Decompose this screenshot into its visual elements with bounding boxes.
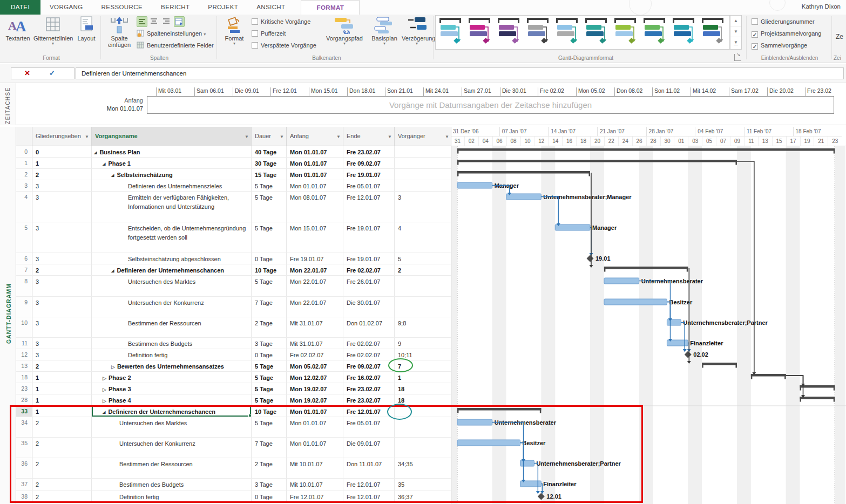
cell-vorgangsname[interactable]: Bestimmen der Ressourcen [92,317,252,337]
cell-anfang[interactable]: Mon 15.01.07 [287,222,343,253]
cell-ende[interactable]: Fre 02.02.07 [343,264,395,275]
dialog-launcher-icon[interactable] [734,54,741,61]
cell-dauer[interactable]: 10 Tage [252,264,287,275]
cell-anfang[interactable]: Mon 05.02.07 [287,360,343,371]
cell-dauer[interactable]: 5 Tage [252,222,287,253]
textarten-button[interactable]: AA Textarten [3,16,32,42]
cell-vorgaenger[interactable] [395,438,451,458]
cell-dauer[interactable]: 7 Tage [252,297,287,317]
cell-vorgangsname[interactable]: Bestimmen des Budgets [92,479,252,491]
cell-vorgangsname[interactable]: ◢Business Plan [92,146,252,157]
cell-gliederungsebene[interactable]: 1 [32,406,92,417]
cell-gliederungsebene[interactable]: 3 [32,317,92,337]
cell-dauer[interactable]: 5 Tage [252,180,287,191]
row-number[interactable]: 38 [16,491,32,502]
expand-icon[interactable]: ▷ [111,364,115,370]
table-row-38[interactable]: 382Definition fertig0 TageFre 12.01.07Fr… [16,491,451,502]
cell-anfang[interactable]: Mon 01.01.07 [287,146,343,157]
cell-ende[interactable]: Fre 02.02.07 [343,338,395,349]
cell-vorgangsname[interactable]: Untersuchen des Marktes [92,276,252,296]
gantt-task-bar-10[interactable] [667,319,681,325]
row-number[interactable]: 34 [16,417,32,437]
gantt-task-bar-4[interactable] [506,194,542,200]
cell-vorgangsname[interactable]: Selbsteinschätzung abgeschlossen [92,253,252,264]
table-row-37[interactable]: 372Bestimmen des Budgets3 TageMit 10.01.… [16,479,451,491]
cell-dauer[interactable]: 0 Tage [252,253,287,264]
table-row-13[interactable]: 132▷Bewerten des Unternehmensansatzes5 T… [16,360,451,372]
entry-field[interactable]: Definieren der Unternehmenschancen [76,67,844,79]
cell-anfang[interactable]: Mit 10.01.07 [287,479,343,491]
gantt-summary-bar-1[interactable] [457,160,737,162]
gantt-timescale[interactable]: 31 Dez '0607 Jan '0714 Jan '0721 Jan '07… [451,127,846,146]
gantt-chart[interactable]: ManagerUnternehmensberater;ManagerManage… [451,146,846,504]
gantt-summary-bar-0[interactable] [457,148,835,151]
cell-gliederungsebene[interactable]: 2 [32,479,92,491]
table-row-12[interactable]: 123Definition fertig0 TageFre 02.02.07Fr… [16,349,451,360]
cell-vorgaenger[interactable]: 18 [395,394,451,405]
row-number[interactable]: 7 [16,264,32,275]
column-header-dauer[interactable]: Dauer▼ [252,127,287,146]
collapse-icon[interactable]: ◢ [111,269,114,273]
cell-dauer[interactable]: 5 Tage [252,360,287,371]
checkbox-icon[interactable] [752,18,758,25]
filter-arrow-icon[interactable]: ▼ [388,134,392,139]
cell-vorgangsname[interactable]: Entscheiden, ob die Unternehmensgründung… [92,222,252,253]
gantt-summary-bar-23[interactable] [800,385,835,388]
cell-anfang[interactable]: Mon 01.01.07 [287,438,343,458]
cell-ende[interactable]: Fre 23.02.07 [343,394,395,405]
filter-arrow-icon[interactable]: ▼ [85,134,89,139]
cell-dauer[interactable]: 0 Tage [252,349,287,360]
tab-format[interactable]: FORMAT [301,0,360,15]
table-row-33[interactable]: 331◢Definieren der Unternehmenschancen10… [16,406,451,417]
collapse-icon[interactable]: ◢ [94,151,97,154]
cell-vorgaenger[interactable]: 4 [395,222,451,253]
gitternetzlinien-button[interactable]: Gitternetzlinien ▾ [33,16,72,46]
cell-anfang[interactable]: Mon 22.01.07 [287,264,343,275]
cell-vorgaenger[interactable]: 10;11 [395,349,451,360]
cell-ende[interactable]: Fre 23.02.07 [343,383,395,394]
cell-anfang[interactable]: Mit 31.01.07 [287,338,343,349]
row-number[interactable]: 9 [16,297,32,317]
table-row-34[interactable]: 342Untersuchen des Marktes5 TageMon 01.0… [16,417,451,438]
cell-gliederungsebene[interactable]: 3 [32,338,92,349]
cell-vorgaenger[interactable]: 36;37 [395,491,451,502]
gantt-style-swatch-4[interactable] [523,16,552,49]
gantt-style-swatch-8[interactable] [640,16,669,49]
cell-anfang[interactable]: Fre 02.02.07 [287,349,343,360]
align-left-button[interactable] [137,16,147,27]
gantt-task-bar-34[interactable] [457,419,492,425]
row-number[interactable]: 3 [16,180,32,191]
gantt-task-bar-8[interactable] [604,278,639,284]
gantt-summary-bar-2[interactable] [457,171,590,174]
row-number[interactable]: 12 [16,349,32,360]
row-number[interactable]: 28 [16,394,32,405]
cell-gliederungsebene[interactable]: 0 [32,146,92,157]
gantt-style-swatch-5[interactable] [552,16,581,49]
row-number[interactable]: 6 [16,253,32,264]
column-header-anfang[interactable]: Anfang▼ [287,127,343,146]
cell-vorgaenger[interactable]: 9 [395,338,451,349]
table-row-23[interactable]: 231▷Phase 35 TageMon 19.02.07Fre 23.02.0… [16,383,451,394]
filter-arrow-icon[interactable]: ▼ [336,134,341,139]
cell-anfang[interactable]: Mon 22.01.07 [287,297,343,317]
filter-arrow-icon[interactable]: ▼ [280,134,284,139]
cell-vorgangsname[interactable]: ▷Phase 2 [92,372,252,383]
expand-icon[interactable]: ▷ [103,387,106,392]
cell-vorgangsname[interactable]: ◢Phase 1 [92,158,252,168]
vorgangspfad-button[interactable]: Vorgangspfad ▾ [322,16,367,46]
cell-dauer[interactable]: 5 Tage [252,372,287,383]
tab-vorgang[interactable]: VORGANG [40,0,92,15]
row-number[interactable]: 5 [16,222,32,253]
cell-anfang[interactable]: Mit 10.01.07 [287,458,343,478]
cell-gliederungsebene[interactable]: 3 [32,253,92,264]
gantt-summary-bar-7[interactable] [604,267,688,269]
gantt-chart-pane[interactable]: 31 Dez '0607 Jan '0714 Jan '0721 Jan '07… [451,127,846,504]
cell-ende[interactable]: Fre 19.01.07 [343,222,395,253]
cell-vorgaenger[interactable] [395,297,451,317]
cell-ende[interactable]: Fre 16.02.07 [343,372,395,383]
cell-gliederungsebene[interactable]: 3 [32,276,92,296]
cell-vorgaenger[interactable]: 18 [395,383,451,394]
cell-vorgangsname[interactable]: Untersuchen der Konkurrenz [92,438,252,458]
filter-arrow-icon[interactable]: ▼ [445,134,449,139]
cell-anfang[interactable]: Mon 19.02.07 [287,394,343,405]
